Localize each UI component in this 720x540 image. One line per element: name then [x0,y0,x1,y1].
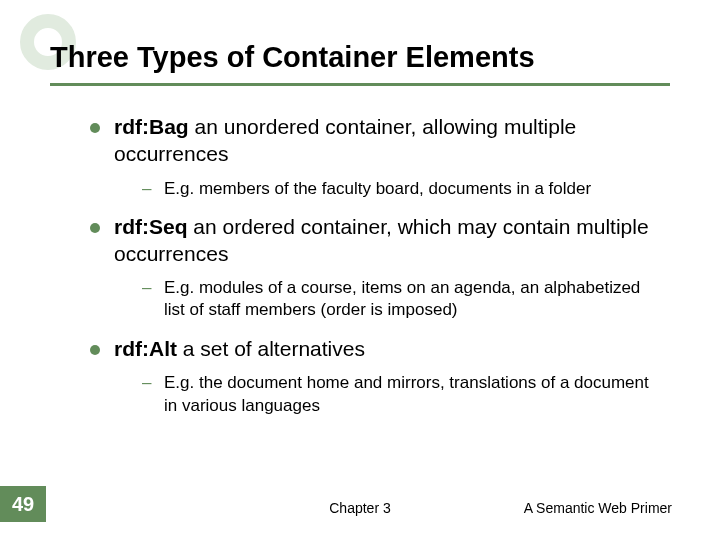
bullet-icon [90,123,100,133]
sub-item-text: E.g. members of the faculty board, docum… [164,178,591,200]
sub-list-item: – E.g. members of the faculty board, doc… [142,178,660,200]
dash-icon: – [142,277,154,299]
slide-title: Three Types of Container Elements [50,40,670,75]
footer-right: A Semantic Web Primer [524,500,672,516]
list-item-text: rdf:Bag an unordered container, allowing… [114,114,660,168]
bullet-icon [90,345,100,355]
sub-item-text: E.g. the document home and mirrors, tran… [164,372,660,416]
sub-list-item: – E.g. the document home and mirrors, tr… [142,372,660,416]
list-item: rdf:Alt a set of alternatives – E.g. the… [90,336,660,417]
sub-list: – E.g. modules of a course, items on an … [90,277,660,321]
dash-icon: – [142,372,154,394]
title-underline [50,83,670,86]
content-area: rdf:Bag an unordered container, allowing… [50,114,670,417]
list-item: rdf:Bag an unordered container, allowing… [90,114,660,200]
sub-list-item: – E.g. modules of a course, items on an … [142,277,660,321]
term-rest: a set of alternatives [177,337,365,360]
sub-item-text: E.g. modules of a course, items on an ag… [164,277,660,321]
term: rdf:Seq [114,215,188,238]
term-rest: an ordered container, which may contain … [114,215,649,265]
sub-list: – E.g. the document home and mirrors, tr… [90,372,660,416]
title-region: Three Types of Container Elements [50,40,670,86]
footer: 49 Chapter 3 A Semantic Web Primer [0,492,720,522]
sub-list: – E.g. members of the faculty board, doc… [90,178,660,200]
list-item-text: rdf:Alt a set of alternatives [114,336,365,363]
bullet-icon [90,223,100,233]
slide: Three Types of Container Elements rdf:Ba… [0,0,720,540]
dash-icon: – [142,178,154,200]
term: rdf:Alt [114,337,177,360]
bullet-list: rdf:Bag an unordered container, allowing… [90,114,660,417]
list-item-text: rdf:Seq an ordered container, which may … [114,214,660,268]
term: rdf:Bag [114,115,189,138]
list-item: rdf:Seq an ordered container, which may … [90,214,660,322]
